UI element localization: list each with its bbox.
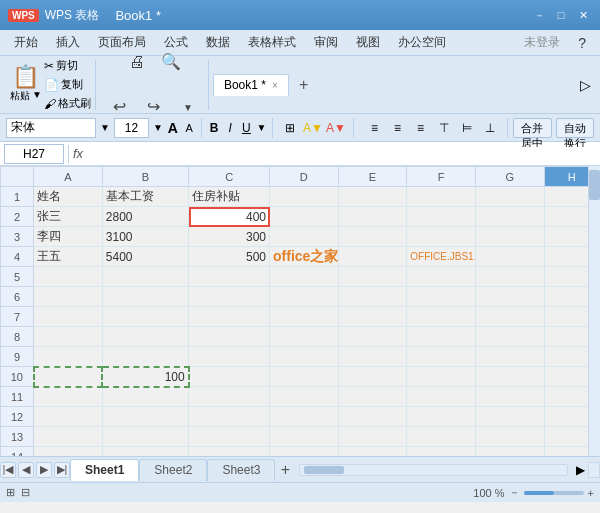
cell-e14[interactable] <box>338 447 407 457</box>
cell-f10[interactable] <box>407 367 476 387</box>
cell-g10[interactable] <box>475 367 544 387</box>
cell-b11[interactable] <box>102 387 188 407</box>
cell-d5[interactable] <box>270 267 339 287</box>
cell-g7[interactable] <box>475 307 544 327</box>
sheet-tab-sheet1[interactable]: Sheet1 <box>70 459 139 481</box>
cell-a5[interactable] <box>34 267 103 287</box>
cell-b12[interactable] <box>102 407 188 427</box>
align-left-button[interactable]: ≡ <box>364 118 386 138</box>
cell-b5[interactable] <box>102 267 188 287</box>
cell-g6[interactable] <box>475 287 544 307</box>
paste-button[interactable]: 📋 粘贴 ▼ <box>10 66 42 103</box>
maximize-button[interactable]: □ <box>552 6 570 24</box>
print-button[interactable]: 🖨 <box>121 41 153 83</box>
menu-review[interactable]: 审阅 <box>306 32 346 53</box>
menu-help[interactable]: ? <box>570 33 594 53</box>
cell-b13[interactable] <box>102 427 188 447</box>
cell-d7[interactable] <box>270 307 339 327</box>
cell-d2[interactable] <box>270 207 339 227</box>
zoom-minus[interactable]: － <box>509 485 520 500</box>
sheet-nav-first[interactable]: |◀ <box>0 462 16 478</box>
scrollbar-thumb-v[interactable] <box>589 170 600 200</box>
cell-a10[interactable] <box>34 367 103 387</box>
cell-d14[interactable] <box>270 447 339 457</box>
cell-c13[interactable] <box>189 427 270 447</box>
cell-b2[interactable]: 2800 <box>102 207 188 227</box>
font-color-button[interactable]: A▼ <box>325 118 347 138</box>
sheet-nav-prev[interactable]: ◀ <box>18 462 34 478</box>
cell-c2[interactable]: 400 <box>189 207 270 227</box>
minimize-button[interactable]: － <box>530 6 548 24</box>
cell-b7[interactable] <box>102 307 188 327</box>
cell-a6[interactable] <box>34 287 103 307</box>
copy-button[interactable]: 📄 复制 <box>44 77 91 92</box>
bold-button[interactable]: B <box>208 118 220 138</box>
cell-c10[interactable] <box>189 367 270 387</box>
font-size-increase-button[interactable]: A <box>167 118 179 138</box>
col-header-g[interactable]: G <box>475 167 544 187</box>
cell-d12[interactable] <box>270 407 339 427</box>
font-name-dropdown[interactable]: ▼ <box>100 122 110 133</box>
cell-f9[interactable] <box>407 347 476 367</box>
cell-e12[interactable] <box>338 407 407 427</box>
cell-a9[interactable] <box>34 347 103 367</box>
scrollbar-right-btn[interactable]: ▶ <box>572 462 588 478</box>
menu-view[interactable]: 视图 <box>348 32 388 53</box>
cell-e13[interactable] <box>338 427 407 447</box>
cell-c6[interactable] <box>189 287 270 307</box>
cell-e1[interactable] <box>338 187 407 207</box>
cell-c14[interactable] <box>189 447 270 457</box>
cell-f11[interactable] <box>407 387 476 407</box>
cell-d4[interactable]: office之家 <box>270 247 339 267</box>
cell-f6[interactable] <box>407 287 476 307</box>
cell-g9[interactable] <box>475 347 544 367</box>
cell-b10[interactable]: 100 <box>102 367 188 387</box>
cell-g8[interactable] <box>475 327 544 347</box>
underline-button[interactable]: U <box>240 118 252 138</box>
cell-b1[interactable]: 基本工资 <box>102 187 188 207</box>
cell-a2[interactable]: 张三 <box>34 207 103 227</box>
fill-color-button[interactable]: A▼ <box>302 118 324 138</box>
cell-f5[interactable] <box>407 267 476 287</box>
cell-g14[interactable] <box>475 447 544 457</box>
cell-e6[interactable] <box>338 287 407 307</box>
cell-g3[interactable] <box>475 227 544 247</box>
font-size-input[interactable] <box>114 118 149 138</box>
cell-c5[interactable] <box>189 267 270 287</box>
cell-e3[interactable] <box>338 227 407 247</box>
formula-input[interactable] <box>87 147 596 161</box>
cell-a4[interactable]: 王五 <box>34 247 103 267</box>
cell-a11[interactable] <box>34 387 103 407</box>
cell-c9[interactable] <box>189 347 270 367</box>
vertical-scrollbar[interactable] <box>588 166 600 456</box>
sheet-nav-next[interactable]: ▶ <box>36 462 52 478</box>
add-tab-button[interactable]: + <box>293 74 315 96</box>
cell-d11[interactable] <box>270 387 339 407</box>
menu-insert[interactable]: 插入 <box>48 32 88 53</box>
cell-e10[interactable] <box>338 367 407 387</box>
cell-a13[interactable] <box>34 427 103 447</box>
cell-e5[interactable] <box>338 267 407 287</box>
cell-a8[interactable] <box>34 327 103 347</box>
cut-button[interactable]: ✂ 剪切 <box>44 58 91 73</box>
cell-f3[interactable] <box>407 227 476 247</box>
col-header-e[interactable]: E <box>338 167 407 187</box>
cell-e9[interactable] <box>338 347 407 367</box>
cell-d8[interactable] <box>270 327 339 347</box>
cell-c1[interactable]: 住房补贴 <box>189 187 270 207</box>
cell-g2[interactable] <box>475 207 544 227</box>
align-right-button[interactable]: ≡ <box>410 118 432 138</box>
font-name-input[interactable] <box>6 118 96 138</box>
cell-b6[interactable] <box>102 287 188 307</box>
cell-c4[interactable]: 500 <box>189 247 270 267</box>
cell-d1[interactable] <box>270 187 339 207</box>
cell-d3[interactable] <box>270 227 339 247</box>
col-header-c[interactable]: C <box>189 167 270 187</box>
col-header-f[interactable]: F <box>407 167 476 187</box>
cell-d9[interactable] <box>270 347 339 367</box>
col-header-d[interactable]: D <box>270 167 339 187</box>
cell-e2[interactable] <box>338 207 407 227</box>
cell-e4[interactable] <box>338 247 407 267</box>
align-top-button[interactable]: ⊤ <box>433 118 455 138</box>
add-sheet-button[interactable]: + <box>275 460 295 480</box>
